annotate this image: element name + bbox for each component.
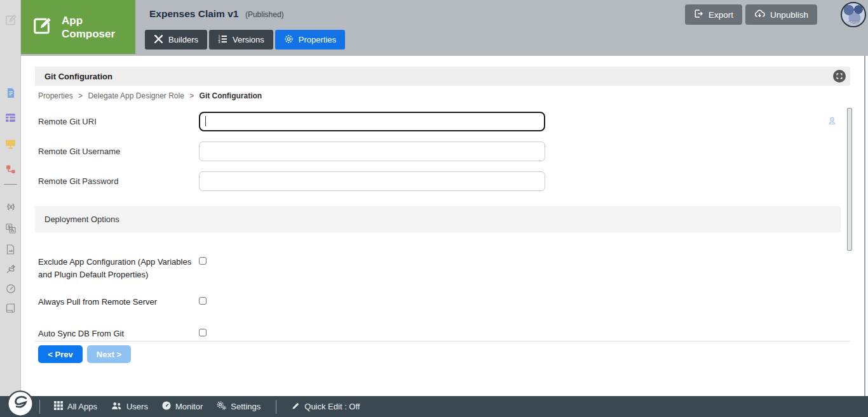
check-row-always-pull: Always Pull from Remote Server <box>38 296 207 308</box>
always-pull-checkbox[interactable] <box>199 297 207 305</box>
field-row-remote-git-password: Remote Git Password <box>38 171 545 191</box>
app-status: (Published) <box>245 10 284 19</box>
header-actions: Export Unpublish <box>685 4 817 25</box>
footer-bar: All Apps Users Monitor Settings Qu <box>0 396 868 417</box>
next-button[interactable]: Next > <box>87 345 131 363</box>
pen-icon <box>292 402 300 412</box>
auto-sync-db-checkbox[interactable] <box>199 329 207 336</box>
numbered-list-icon: 123 <box>218 34 227 46</box>
remote-git-password-input[interactable] <box>199 171 545 191</box>
remote-git-username-input[interactable] <box>199 142 545 161</box>
performance-icon[interactable] <box>0 284 21 294</box>
tab-versions[interactable]: 123 Versions <box>209 30 273 50</box>
breadcrumb-delegate-role: Delegate App Designer Role <box>88 91 184 100</box>
app-composer-window: {x} AppComposer <box>0 0 868 417</box>
export-label: Export <box>709 10 733 20</box>
check-row-auto-sync-db: Auto Sync DB From Git <box>38 328 207 340</box>
app-title: Expenses Claim v1 <box>149 8 238 19</box>
footer-label: Quick Edit : Off <box>304 402 360 411</box>
auto-sync-db-label: Auto Sync DB From Git <box>38 328 199 340</box>
footer-label: Settings <box>231 402 261 411</box>
svg-text:3: 3 <box>218 40 220 44</box>
field-row-remote-git-uri: Remote Git URI <box>38 112 545 131</box>
logo-text: AppComposer <box>62 14 115 41</box>
deployment-options-title: Deployment Options <box>35 215 119 224</box>
footer-settings[interactable]: Settings <box>217 401 261 412</box>
custom-script-icon[interactable] <box>0 303 21 314</box>
remote-git-uri-label: Remote Git URI <box>38 117 199 126</box>
footer-label: All Apps <box>67 402 97 411</box>
prev-button[interactable]: < Prev <box>38 345 83 363</box>
form-builder-icon[interactable] <box>0 88 21 98</box>
fullscreen-toggle-icon[interactable] <box>833 70 846 83</box>
remote-git-username-label: Remote Git Username <box>38 147 199 156</box>
joget-logo[interactable] <box>7 390 34 417</box>
builder-tabs: Builders 123 Versions Properties <box>145 30 345 50</box>
footer-divider <box>276 400 276 414</box>
exclude-app-config-label: Exclude App Configuration (App Variables… <box>38 256 199 281</box>
breadcrumb-separator: > <box>78 91 83 100</box>
section-header: Git Configuration <box>35 67 850 86</box>
edit-square-icon <box>31 15 54 40</box>
footer-quick-edit[interactable]: Quick Edit : Off <box>292 402 360 412</box>
top-header: AppComposer Expenses Claim v1 (Published… <box>21 0 868 56</box>
left-toolbar: {x} <box>0 0 21 396</box>
footer-label: Users <box>126 402 148 411</box>
remote-git-uri-input[interactable] <box>199 112 545 131</box>
always-pull-label: Always Pull from Remote Server <box>38 296 199 308</box>
process-builder-icon[interactable] <box>0 164 21 175</box>
tab-properties[interactable]: Properties <box>275 30 345 50</box>
edit-ghost-icon <box>0 13 21 27</box>
gears-icon <box>217 401 226 412</box>
breadcrumb-separator: > <box>189 91 194 100</box>
footer-all-apps[interactable]: All Apps <box>54 401 97 412</box>
export-icon <box>694 9 703 20</box>
toolbar-divider <box>4 184 17 185</box>
user-avatar[interactable]: admin <box>841 2 866 27</box>
check-row-exclude-app-config: Exclude App Configuration (App Variables… <box>38 256 207 281</box>
text-cursor <box>205 116 206 126</box>
deployment-options-header: Deployment Options <box>35 206 841 232</box>
users-icon <box>111 402 122 412</box>
tab-builders[interactable]: Builders <box>145 30 207 50</box>
userview-builder-icon[interactable] <box>0 139 21 149</box>
breadcrumb-current: Git Configuration <box>200 91 262 100</box>
unpublish-label: Unpublish <box>770 10 808 20</box>
breadcrumb-properties: Properties <box>38 91 73 100</box>
avatar-username: admin <box>842 20 865 25</box>
form-bottom-divider <box>35 341 850 341</box>
datalist-builder-icon[interactable] <box>0 113 21 122</box>
unpublish-button[interactable]: Unpublish <box>745 4 817 25</box>
footer-divider <box>39 400 40 414</box>
remote-git-password-label: Remote Git Password <box>38 176 199 186</box>
app-composer-logo[interactable]: AppComposer <box>21 0 135 54</box>
crossed-tools-icon <box>154 34 163 46</box>
localization-icon[interactable] <box>0 223 21 234</box>
tab-label: Versions <box>233 35 264 44</box>
app-title-row: Expenses Claim v1 (Published) <box>149 8 284 20</box>
gear-icon <box>284 34 294 46</box>
export-button[interactable]: Export <box>685 4 742 25</box>
panel-right-edge <box>864 56 865 396</box>
field-row-remote-git-username: Remote Git Username <box>38 142 545 161</box>
grid-icon <box>54 401 63 412</box>
breadcrumb: Properties > Delegate App Designer Role … <box>38 91 262 100</box>
footer-users[interactable]: Users <box>111 402 148 412</box>
user-hint-icon[interactable] <box>827 116 837 128</box>
vertical-scrollbar-thumb[interactable] <box>847 108 852 251</box>
resources-icon[interactable] <box>0 244 21 255</box>
tab-label: Builders <box>168 35 198 44</box>
properties-wizard-panel: Git Configuration Properties > Delegate … <box>21 56 868 396</box>
app-variables-icon[interactable]: {x} <box>0 202 21 210</box>
exclude-app-config-checkbox[interactable] <box>199 257 207 265</box>
cloud-download-icon <box>754 9 765 20</box>
plugin-icon[interactable] <box>0 264 21 274</box>
tab-label: Properties <box>299 35 336 44</box>
footer-monitor[interactable]: Monitor <box>162 401 203 412</box>
wizard-buttons: < Prev Next > <box>38 345 131 363</box>
gauge-icon <box>162 401 171 412</box>
section-title: Git Configuration <box>35 72 112 81</box>
footer-label: Monitor <box>175 402 203 411</box>
